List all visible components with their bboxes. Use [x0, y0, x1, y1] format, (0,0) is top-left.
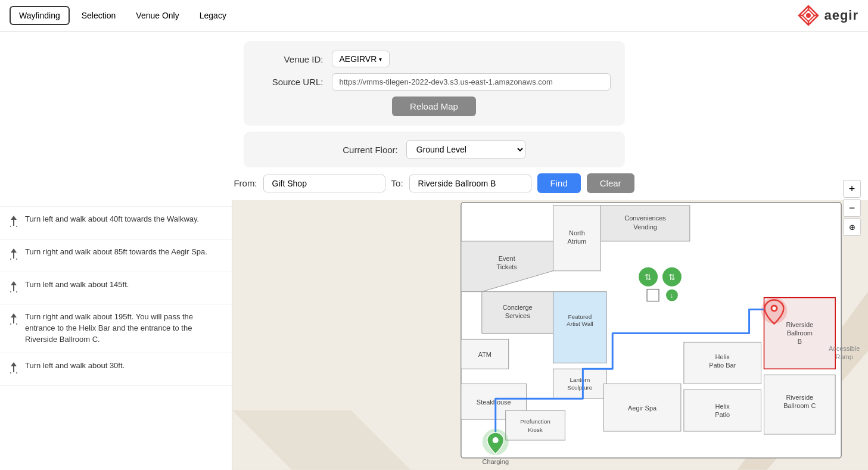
- map-area[interactable]: Conveniences Vending North Atrium Event …: [232, 173, 868, 470]
- controls-panel: Venue ID: AEGIRVR ▾ Source URL: Reload M…: [0, 32, 868, 200]
- arrow-up-icon: [8, 281, 19, 297]
- svg-rect-54: [506, 410, 565, 440]
- logo: aegir: [798, 5, 858, 26]
- svg-text:Ballroom C: Ballroom C: [783, 402, 816, 409]
- direction-text: Turn left and walk about 30ft.: [25, 360, 125, 372]
- venue-id-row: Venue ID: AEGIRVR ▾: [258, 51, 611, 67]
- route-row: From: To: Find Clear: [234, 173, 634, 193]
- tab-selection[interactable]: Selection: [73, 7, 125, 24]
- to-input[interactable]: [409, 175, 531, 192]
- svg-marker-25: [11, 362, 17, 366]
- logo-text: aegir: [824, 8, 858, 23]
- svg-text:Vending: Vending: [633, 223, 657, 231]
- svg-text:Artist Wall: Artist Wall: [567, 320, 593, 327]
- direction-text: Turn left and walk about 40ft towards th…: [25, 214, 199, 225]
- direction-text: Turn left and walk about 145ft.: [25, 279, 129, 291]
- tab-venue-only[interactable]: Venue Only: [127, 7, 187, 24]
- svg-point-85: [772, 307, 776, 310]
- arrow-up-icon: [8, 215, 19, 232]
- svg-text:Ballroom: Ballroom: [787, 329, 813, 337]
- svg-text:Riverside: Riverside: [786, 394, 813, 401]
- svg-text:Featured: Featured: [568, 313, 592, 320]
- svg-text:Sculpture: Sculpture: [567, 384, 593, 391]
- arrow-up-icon: [8, 313, 19, 329]
- direction-text: Turn right and walk about 85ft towards t…: [25, 247, 207, 258]
- svg-text:Aegir Spa: Aegir Spa: [628, 404, 657, 412]
- from-input[interactable]: [263, 175, 385, 192]
- svg-marker-9: [11, 216, 17, 220]
- svg-text:Event: Event: [499, 255, 515, 262]
- svg-point-82: [493, 437, 499, 443]
- zoom-out-button[interactable]: −: [843, 199, 861, 217]
- venue-id-label: Venue ID:: [258, 54, 323, 64]
- direction-item: Turn right and walk about 195ft. You wil…: [0, 304, 232, 353]
- svg-text:↓: ↓: [670, 291, 674, 300]
- clear-button[interactable]: Clear: [587, 173, 634, 193]
- direction-item: Turn left and walk about 40ft towards th…: [0, 207, 232, 239]
- tab-legacy[interactable]: Legacy: [191, 7, 235, 24]
- venue-id-value: AEGIRVR: [340, 54, 377, 64]
- svg-marker-17: [11, 281, 17, 285]
- chevron-down-icon: ▾: [379, 56, 382, 63]
- floor-select[interactable]: Ground Level Level 1 Level 2: [406, 140, 525, 159]
- source-url-row: Source URL:: [258, 73, 611, 91]
- top-navigation: Wayfinding Selection Venue Only Legacy a…: [0, 0, 868, 32]
- direction-item: Turn left and walk about 145ft.: [0, 272, 232, 305]
- main-area: Starting at the entrance to the Gift Sho…: [0, 173, 868, 470]
- svg-text:Steakhouse: Steakhouse: [477, 399, 511, 406]
- svg-text:Patio Bar: Patio Bar: [709, 362, 736, 369]
- svg-text:Lantern: Lantern: [570, 376, 590, 383]
- svg-text:Services: Services: [505, 312, 531, 319]
- direction-item: Turn right and walk about 85ft towards t…: [0, 239, 232, 272]
- zoom-controls: + − ⊕: [843, 180, 861, 236]
- floor-card: Current Floor: Ground Level Level 1 Leve…: [244, 132, 625, 167]
- from-label: From:: [234, 178, 257, 188]
- arrow-up-icon: [8, 248, 19, 264]
- to-label: To:: [391, 178, 403, 188]
- source-url-input[interactable]: [332, 73, 611, 91]
- source-url-label: Source URL:: [258, 77, 323, 87]
- direction-item: Turn left and walk about 30ft.: [0, 353, 232, 386]
- svg-marker-13: [11, 248, 17, 253]
- svg-text:Ramp: Ramp: [836, 353, 853, 360]
- arrow-up-icon: [8, 362, 19, 378]
- svg-text:Accessible: Accessible: [829, 345, 860, 352]
- svg-marker-21: [11, 313, 17, 318]
- tab-wayfinding[interactable]: Wayfinding: [10, 6, 70, 25]
- svg-text:Atrium: Atrium: [568, 238, 587, 245]
- direction-text: Turn right and walk about 195ft. You wil…: [25, 312, 223, 346]
- floor-label: Current Floor:: [343, 145, 398, 155]
- svg-text:Conveniences: Conveniences: [624, 214, 666, 222]
- svg-text:⇅: ⇅: [645, 272, 652, 282]
- svg-text:⇅: ⇅: [668, 272, 676, 282]
- find-button[interactable]: Find: [537, 173, 581, 193]
- svg-text:B: B: [798, 338, 802, 345]
- svg-text:Tickets: Tickets: [497, 263, 518, 270]
- zoom-reset-button[interactable]: ⊕: [843, 218, 861, 236]
- svg-text:ATM: ATM: [478, 351, 491, 358]
- svg-text:Helix: Helix: [715, 353, 730, 360]
- svg-text:Prefunction: Prefunction: [520, 418, 550, 425]
- svg-text:Riverside: Riverside: [786, 321, 813, 328]
- svg-text:Patio: Patio: [715, 411, 730, 418]
- svg-point-2: [806, 13, 811, 18]
- directions-panel: Starting at the entrance to the Gift Sho…: [0, 173, 232, 470]
- svg-text:Charging: Charging: [483, 458, 509, 465]
- svg-text:North: North: [569, 229, 585, 236]
- venue-config-card: Venue ID: AEGIRVR ▾ Source URL: Reload M…: [244, 41, 625, 126]
- aegir-logo-icon: [798, 5, 819, 26]
- svg-text:Concierge: Concierge: [503, 304, 533, 311]
- svg-text:Helix: Helix: [715, 403, 730, 410]
- map-svg: Conveniences Vending North Atrium Event …: [232, 173, 868, 470]
- reload-map-button[interactable]: Reload Map: [392, 97, 476, 116]
- zoom-in-button[interactable]: +: [843, 180, 861, 198]
- venue-id-select[interactable]: AEGIRVR ▾: [332, 51, 390, 67]
- svg-text:Kiosk: Kiosk: [528, 427, 542, 433]
